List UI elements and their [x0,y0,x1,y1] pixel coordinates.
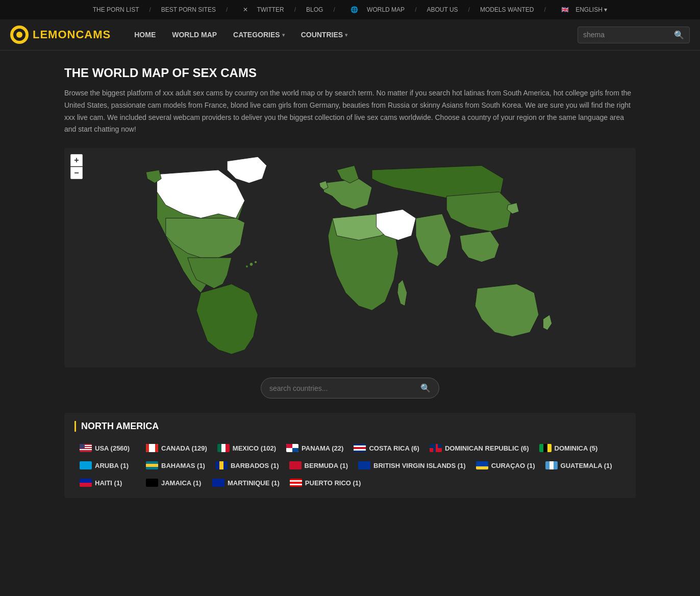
country-search-wrapper: 🔍 [64,378,636,399]
country-flag-icon [146,444,158,452]
country-name: CANADA (129) [161,444,207,452]
nav-worldmap[interactable]: WORLD MAP [164,20,225,49]
country-item[interactable]: DOMINICAN REPUBLIC (6) [424,441,534,455]
country-flag-icon [358,461,370,469]
topbar-link-bestsites[interactable]: BEST PORN SITES [156,4,221,15]
country-flag-icon [80,444,92,452]
svg-point-5 [255,261,257,263]
topbar-link-pornlist[interactable]: THE PORN LIST [88,4,144,15]
country-flag-icon [545,461,558,469]
page-title: THE WORLD MAP OF SEX CAMS [64,66,636,80]
top-bar: THE PORN LIST / BEST PORN SITES / ✕ TWIT… [0,0,700,19]
globe-icon: 🌐 [345,4,363,15]
country-flag-icon [217,444,230,452]
logo-text: LEMONCAMS [33,28,111,41]
twitter-icon: ✕ [238,4,253,15]
country-flag-icon [212,479,224,487]
nav-search-input[interactable] [583,31,674,39]
topbar-link-blog[interactable]: BLOG [301,4,328,15]
country-name: HAITI (1) [95,479,122,487]
country-flag-icon [539,444,552,452]
country-name: JAMAICA (1) [161,479,201,487]
country-name: COSTA RICA (6) [369,444,419,452]
flag-icon: 🇬🇧 [556,4,574,15]
map-zoom-in[interactable]: + [70,154,83,166]
regions-container: NORTH AMERICAUSA (2560)CANADA (129)MEXIC… [64,413,636,498]
country-item[interactable]: CURAÇAO (1) [471,458,540,473]
country-name: BARBADOS (1) [231,462,279,469]
chevron-down-icon: ▾ [345,32,347,38]
nav-links: HOME WORLD MAP CATEGORIES ▾ COUNTRIES ▾ … [126,20,690,49]
country-flag-icon [289,461,302,469]
nav-categories[interactable]: CATEGORIES ▾ [225,20,293,49]
world-map-container: + − [64,148,636,367]
country-item[interactable]: DOMINICA (5) [534,441,603,455]
country-item[interactable]: CANADA (129) [141,441,212,455]
country-flag-icon [286,444,298,452]
topbar-link-worldmap[interactable]: 🌐 WORLD MAP [340,4,410,15]
country-item[interactable]: GUATEMALA (1) [540,458,617,473]
world-map-svg [64,148,636,367]
nav-search-button[interactable]: 🔍 [674,30,684,40]
country-flag-icon [80,479,92,487]
country-grid: USA (2560)CANADA (129)MEXICO (102)PANAMA… [74,441,626,490]
country-name: BERMUDA (1) [305,462,348,469]
country-name: PUERTO RICO (1) [305,479,361,487]
page-description: Browse the biggest platform of xxx adult… [64,87,636,136]
country-item[interactable]: ARUBA (1) [74,458,141,473]
svg-point-4 [249,263,253,266]
svg-point-2 [16,32,22,38]
nav-countries[interactable]: COUNTRIES ▾ [293,20,356,49]
map-controls: + − [70,154,83,179]
main-nav: LEMONCAMS HOME WORLD MAP CATEGORIES ▾ CO… [0,19,700,51]
country-name: DOMINICAN REPUBLIC (6) [445,444,529,452]
country-name: BRITISH VIRGIN ISLANDS (1) [373,462,466,469]
country-name: ARUBA (1) [95,462,129,469]
region-section: NORTH AMERICAUSA (2560)CANADA (129)MEXIC… [64,413,636,498]
country-item[interactable]: BERMUDA (1) [284,458,353,473]
country-name: MEXICO (102) [233,444,276,452]
content-area: THE WORLD MAP OF SEX CAMS Browse the big… [54,51,646,518]
country-flag-icon [430,444,442,452]
country-name: DOMINICA (5) [555,444,598,452]
country-item[interactable]: BRITISH VIRGIN ISLANDS (1) [353,458,471,473]
logo-icon [10,26,29,44]
country-search-box[interactable]: 🔍 [261,378,439,399]
country-flag-icon [146,479,158,487]
country-flag-icon [476,461,488,469]
country-item[interactable]: BAHAMAS (1) [141,458,210,473]
region-title: NORTH AMERICA [74,421,626,432]
country-item[interactable]: COSTA RICA (6) [348,441,424,455]
country-search-input[interactable] [269,384,420,392]
country-name: GUATEMALA (1) [561,462,612,469]
country-name: CURAÇAO (1) [491,462,535,469]
map-zoom-out[interactable]: − [70,167,83,179]
country-item[interactable]: JAMAICA (1) [141,476,207,490]
country-flag-icon [146,461,158,469]
topbar-link-lang[interactable]: 🇬🇧 ENGLISH ▾ [551,4,612,15]
country-item[interactable]: MEXICO (102) [212,441,281,455]
country-item[interactable]: PUERTO RICO (1) [285,476,366,490]
country-flag-icon [215,461,228,469]
topbar-link-about[interactable]: ABOUT US [421,4,463,15]
country-item[interactable]: HAITI (1) [74,476,141,490]
country-item[interactable]: PANAMA (22) [281,441,348,455]
nav-home[interactable]: HOME [126,20,164,49]
nav-search-box[interactable]: 🔍 [578,27,690,43]
country-name: BAHAMAS (1) [161,462,205,469]
country-item[interactable]: USA (2560) [74,441,141,455]
country-item[interactable]: BARBADOS (1) [210,458,284,473]
country-search-button[interactable]: 🔍 [420,383,431,393]
logo[interactable]: LEMONCAMS [10,19,111,50]
country-item[interactable]: MARTINIQUE (1) [207,476,285,490]
country-flag-icon [290,479,302,487]
country-flag-icon [354,444,366,452]
country-flag-icon [80,461,92,469]
country-name: PANAMA (22) [302,444,343,452]
chevron-down-icon: ▾ [282,32,285,38]
country-name: USA (2560) [95,444,130,452]
topbar-link-twitter[interactable]: ✕ TWITTER [233,4,289,15]
topbar-link-models[interactable]: MODELS WANTED [475,4,539,15]
country-name: MARTINIQUE (1) [228,479,280,487]
svg-point-6 [245,265,248,268]
